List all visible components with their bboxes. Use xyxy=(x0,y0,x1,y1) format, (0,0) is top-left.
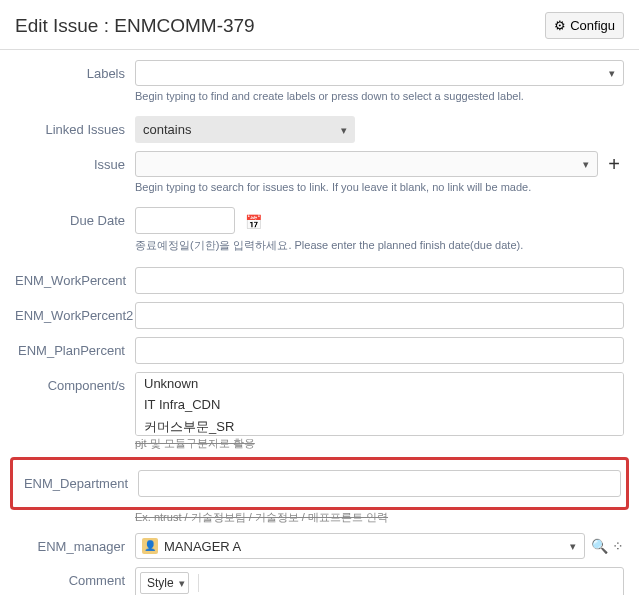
search-icon[interactable]: 🔍 xyxy=(591,538,608,554)
department-input[interactable] xyxy=(138,470,621,497)
component-option[interactable]: Unknown xyxy=(136,373,623,394)
chevron-down-icon: ▾ xyxy=(570,540,576,553)
department-hint: Ex. ntrust / 기술정보팀 / 기술정보 / 매표프론트 인력 xyxy=(135,510,624,525)
page-title: Edit Issue : ENMCOMM-379 xyxy=(15,15,255,37)
plan-percent-label: ENM_PlanPercent xyxy=(15,337,135,358)
style-dropdown[interactable]: Style ▾ xyxy=(140,572,189,594)
chevron-down-icon: ▾ xyxy=(179,577,185,590)
manager-select[interactable]: 👤 MANAGER A ▾ xyxy=(135,533,585,559)
chevron-down-icon: ▾ xyxy=(341,123,347,136)
chevron-down-icon: ▾ xyxy=(609,67,615,80)
comment-toolbar: Style ▾ xyxy=(135,567,624,595)
components-select[interactable]: Unknown IT Infra_CDN 커머스부문_SR xyxy=(135,372,624,436)
linked-issues-value: contains xyxy=(143,122,191,137)
component-option[interactable]: IT Infra_CDN xyxy=(136,394,623,415)
components-label: Component/s xyxy=(15,372,135,393)
calendar-icon[interactable]: 📅 xyxy=(245,214,262,230)
plan-percent-input[interactable] xyxy=(135,337,624,364)
configure-button[interactable]: ⚙ Configu xyxy=(545,12,624,39)
linked-issues-label: Linked Issues xyxy=(15,116,135,137)
avatar-icon: 👤 xyxy=(142,538,158,554)
gear-icon: ⚙ xyxy=(554,18,566,33)
plus-icon: + xyxy=(608,153,620,175)
chevron-down-icon: ▾ xyxy=(583,158,589,171)
labels-label: Labels xyxy=(15,60,135,81)
component-option[interactable]: 커머스부문_SR xyxy=(136,415,623,436)
department-highlight: ENM_Department xyxy=(10,457,629,510)
department-label: ENM_Department xyxy=(18,470,138,491)
components-hint: pjt 및 모듈구분자로 활용 xyxy=(135,436,624,451)
issue-label: Issue xyxy=(15,151,135,172)
work-percent2-label: ENM_WorkPercent2 xyxy=(15,302,135,323)
labels-input[interactable]: ▾ xyxy=(135,60,624,86)
work-percent2-input[interactable] xyxy=(135,302,624,329)
add-issue-button[interactable]: + xyxy=(604,153,624,176)
due-date-hint: 종료예정일(기한)을 입력하세요. Please enter the plann… xyxy=(135,238,624,253)
issue-hint: Begin typing to search for issues to lin… xyxy=(135,181,624,193)
comment-label: Comment xyxy=(15,567,135,588)
work-percent-label: ENM_WorkPercent xyxy=(15,267,135,288)
manager-label: ENM_manager xyxy=(15,533,135,554)
assign-icon[interactable]: ⁘ xyxy=(612,538,624,554)
due-date-label: Due Date xyxy=(15,207,135,228)
configure-label: Configu xyxy=(570,18,615,33)
due-date-input[interactable] xyxy=(135,207,235,234)
work-percent-input[interactable] xyxy=(135,267,624,294)
issue-select[interactable]: ▾ xyxy=(135,151,598,177)
labels-hint: Begin typing to find and create labels o… xyxy=(135,90,624,102)
manager-value: MANAGER A xyxy=(164,539,241,554)
linked-issues-select[interactable]: contains ▾ xyxy=(135,116,355,143)
